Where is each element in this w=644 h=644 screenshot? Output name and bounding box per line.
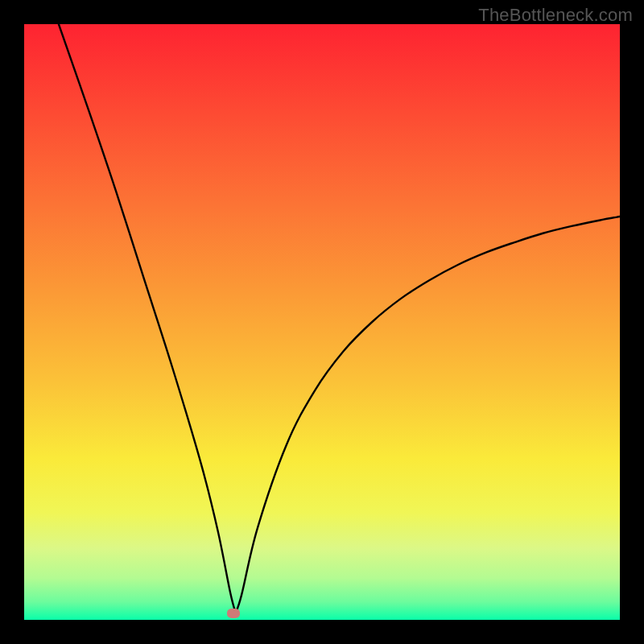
bottleneck-curve: [24, 24, 620, 620]
chart-frame: TheBottleneck.com: [0, 0, 644, 644]
plot-area: [24, 24, 620, 620]
watermark-text: TheBottleneck.com: [478, 5, 633, 26]
